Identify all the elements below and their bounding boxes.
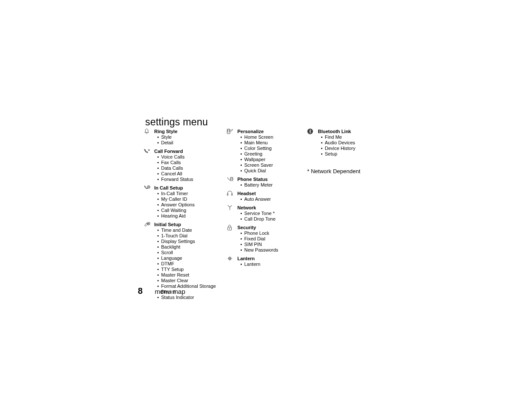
phone-status-icon [227,176,236,188]
page: settings menu Ring Style Style Detail [0,0,532,411]
heading-in-call-setup: In Call Setup [154,185,227,191]
list-item: Call Waiting [157,208,227,213]
list-item: New Passwords [240,247,307,253]
list-item: Color Setting [240,146,307,151]
section-bluetooth: Bluetooth Link Find Me Audio Devices Dev… [307,128,393,157]
list-item: Home Screen [240,134,307,140]
list-item: Service Tone * [240,211,307,216]
list-item: DTMF [157,261,227,267]
footer: 8 menu map [138,286,185,296]
list-item: Quick Dial [240,168,307,174]
heading-network: Network [237,205,307,211]
column-3: Bluetooth Link Find Me Audio Devices Dev… [307,128,393,303]
list-item: SIM PIN [240,242,307,247]
section-personalize: Personalize Home Screen Main Menu Color … [227,128,307,174]
heading-call-forward: Call Forward [154,148,227,154]
list-item: Audio Devices [321,140,393,146]
list-item: Language [157,255,227,261]
section-phone-status: Phone Status Battery Meter [227,176,307,188]
column-1: Ring Style Style Detail Call Forward Voi… [143,128,227,303]
list-item: Auto Answer [240,196,307,202]
heading-bluetooth: Bluetooth Link [318,128,393,134]
list-item: Call Drop Tone [240,216,307,222]
footer-label: menu map [155,288,185,295]
list-item: Lantern [240,262,307,267]
svg-rect-5 [231,178,232,180]
svg-point-9 [229,228,230,229]
list-item: Time and Date [157,227,227,233]
footnote: * Network Dependent [307,168,393,174]
section-call-forward: Call Forward Voice Calls Fax Calls Data … [143,148,227,182]
lantern-icon [227,255,236,267]
list-item: Find Me [321,134,393,140]
column-2: Personalize Home Screen Main Menu Color … [227,128,307,303]
section-headset: Headset Auto Answer [227,190,307,202]
page-title: settings menu [145,116,208,128]
list-item: Master Reset [157,272,227,278]
list-item: TTY Setup [157,267,227,272]
section-in-call-setup: In Call Setup In-Call Timer My Caller ID… [143,185,227,219]
columns: Ring Style Style Detail Call Forward Voi… [143,128,393,303]
list-item: Style [157,134,227,140]
list-item: In-Call Timer [157,191,227,196]
list-item: Cancel All [157,171,227,177]
in-call-setup-icon [143,185,153,219]
list-item: Master Clear [157,278,227,283]
svg-rect-4 [230,177,233,181]
list-item: Scroll [157,250,227,255]
heading-phone-status: Phone Status [237,176,307,182]
section-security: Security Phone Lock Fixed Dial SIM PIN N… [227,224,307,253]
heading-initial-setup: Initial Setup [154,221,227,227]
security-icon [227,224,236,253]
svg-rect-3 [228,130,230,132]
heading-lantern: Lantern [237,255,307,262]
list-item: Wallpaper [240,157,307,162]
list-item: Forward Status [157,177,227,182]
list-item: Setup [321,151,393,157]
list-item: Display Settings [157,239,227,244]
section-network: Network Service Tone * Call Drop Tone [227,205,307,222]
network-icon [227,205,236,222]
list-item: Voice Calls [157,154,227,160]
section-lantern: Lantern Lantern [227,255,307,267]
heading-personalize: Personalize [237,128,307,134]
list-item: Main Menu [240,140,307,146]
list-item: Screen Saver [240,162,307,168]
headset-icon [227,190,236,202]
heading-ring-style: Ring Style [154,128,227,134]
personalize-icon [227,128,236,174]
heading-security: Security [237,224,307,230]
list-item: Backlight [157,244,227,250]
list-item: Greeting [240,151,307,157]
list-item: My Caller ID [157,196,227,202]
list-item: Hearing Aid [157,213,227,219]
list-item: Data Calls [157,165,227,171]
list-item: 1-Touch Dial [157,233,227,239]
heading-headset: Headset [237,190,307,196]
list-item: Device History [321,146,393,151]
list-item: Battery Meter [240,182,307,188]
page-number: 8 [138,286,143,296]
ring-style-icon [143,128,153,146]
list-item: Fax Calls [157,160,227,165]
list-item: Fixed Dial [240,236,307,242]
list-item: Phone Lock [240,230,307,236]
section-ring-style: Ring Style Style Detail [143,128,227,146]
list-item: Detail [157,140,227,146]
list-item: Answer Options [157,202,227,208]
call-forward-icon [143,148,153,182]
bluetooth-icon [307,128,317,157]
